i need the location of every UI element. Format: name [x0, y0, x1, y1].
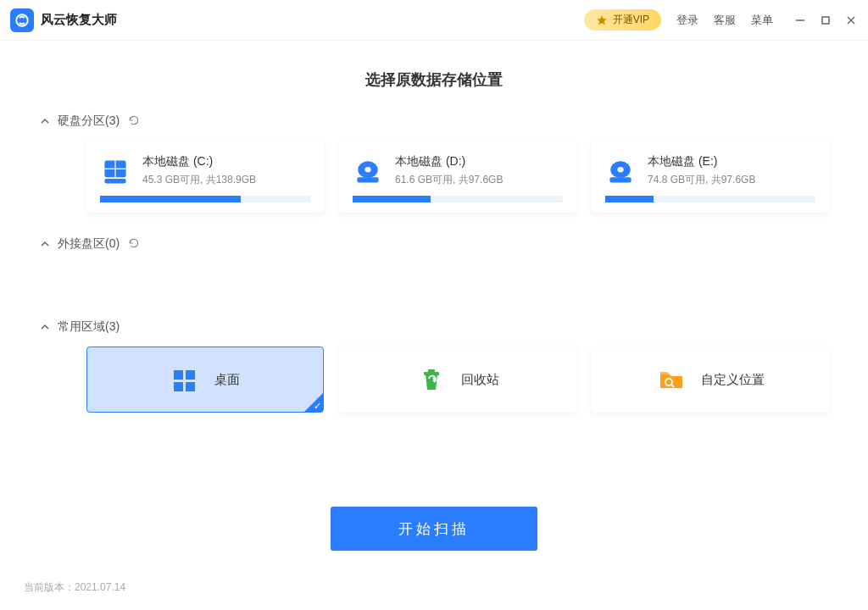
recycle-icon: [417, 365, 446, 394]
disk-name: 本地磁盘 (D:): [395, 154, 503, 169]
disks-section-header[interactable]: 硬盘分区(3): [39, 114, 829, 129]
disk-name: 本地磁盘 (C:): [142, 154, 256, 169]
svg-point-14: [617, 167, 623, 172]
main-content: 选择原数据存储位置 硬盘分区(3) 本地磁盘 (C:) 45.3 GB可用, 共…: [0, 69, 868, 413]
disc-icon: [353, 156, 383, 186]
disk-size: 61.6 GB可用, 共97.6GB: [395, 173, 503, 187]
app-title: 风云恢复大师: [41, 12, 117, 28]
external-section-header[interactable]: 外接盘区(0): [39, 236, 829, 252]
disk-card-c[interactable]: 本地磁盘 (C:) 45.3 GB可用, 共138.9GB: [86, 141, 324, 213]
svg-rect-12: [609, 177, 631, 182]
svg-rect-9: [357, 177, 378, 182]
svg-rect-20: [428, 369, 435, 373]
close-button[interactable]: [844, 14, 858, 27]
area-label: 桌面: [214, 372, 240, 388]
area-label: 回收站: [461, 372, 499, 388]
disk-card-d[interactable]: 本地磁盘 (D:) 61.6 GB可用, 共97.6GB: [339, 141, 576, 213]
refresh-icon[interactable]: [128, 114, 142, 128]
disks-section-label: 硬盘分区(3): [58, 114, 120, 129]
desktop-icon: [170, 365, 199, 394]
chevron-up-icon: [39, 115, 51, 127]
minimize-button[interactable]: [793, 14, 807, 27]
chevron-up-icon: [39, 238, 51, 250]
logo-block: 风云恢复大师: [10, 8, 117, 32]
page-title: 选择原数据存储位置: [39, 69, 829, 90]
external-section-label: 外接盘区(0): [58, 236, 120, 252]
version-label: 当前版本：2021.07.14: [24, 580, 125, 595]
area-label: 自定义位置: [701, 372, 765, 388]
common-section-header[interactable]: 常用区域(3): [39, 319, 829, 335]
titlebar: 风云恢复大师 开通VIP 登录 客服 菜单: [0, 0, 868, 41]
maximize-button[interactable]: [819, 14, 832, 27]
app-logo-icon: [10, 8, 34, 32]
folder-icon: [657, 365, 686, 394]
vip-label: 开通VIP: [613, 13, 649, 27]
chevron-up-icon: [39, 321, 51, 333]
disc-icon: [605, 156, 636, 186]
hdd-icon: [100, 156, 131, 186]
menu-link[interactable]: 菜单: [751, 13, 773, 28]
window-controls: [793, 14, 858, 27]
svg-rect-18: [186, 382, 195, 391]
disk-size: 74.8 GB可用, 共97.6GB: [648, 173, 755, 187]
area-card-recycle[interactable]: 回收站: [339, 347, 576, 413]
titlebar-right: 开通VIP 登录 客服 菜单: [584, 9, 858, 30]
disk-usage-fill: [605, 196, 654, 202]
disk-usage-fill: [100, 196, 241, 202]
svg-rect-17: [174, 382, 183, 391]
svg-rect-8: [104, 179, 125, 183]
vip-badge-icon: [596, 14, 608, 26]
disk-cards-row: 本地磁盘 (C:) 45.3 GB可用, 共138.9GB 本地磁盘 (D:) …: [86, 141, 829, 213]
disk-card-e[interactable]: 本地磁盘 (E:) 74.8 GB可用, 共97.6GB: [592, 141, 829, 213]
area-card-desktop[interactable]: 桌面 ✓: [86, 347, 324, 413]
disk-usage-bar: [605, 196, 815, 202]
disk-usage-bar: [100, 196, 310, 202]
disk-name: 本地磁盘 (E:): [648, 154, 755, 169]
disk-size: 45.3 GB可用, 共138.9GB: [142, 173, 256, 187]
svg-rect-16: [186, 370, 195, 380]
area-card-custom[interactable]: 自定义位置: [592, 347, 829, 413]
login-link[interactable]: 登录: [676, 13, 698, 28]
start-scan-button[interactable]: 开始扫描: [331, 507, 537, 551]
disk-usage-fill: [353, 196, 431, 202]
svg-rect-2: [822, 17, 829, 24]
svg-point-11: [364, 167, 370, 172]
svg-rect-15: [174, 370, 183, 380]
support-link[interactable]: 客服: [714, 13, 736, 28]
check-icon: ✓: [314, 401, 321, 412]
area-cards-row: 桌面 ✓ 回收站 自定义位置: [86, 347, 829, 413]
refresh-icon[interactable]: [128, 237, 142, 251]
vip-button[interactable]: 开通VIP: [584, 9, 661, 30]
common-section-label: 常用区域(3): [58, 319, 120, 335]
disk-usage-bar: [353, 196, 563, 202]
